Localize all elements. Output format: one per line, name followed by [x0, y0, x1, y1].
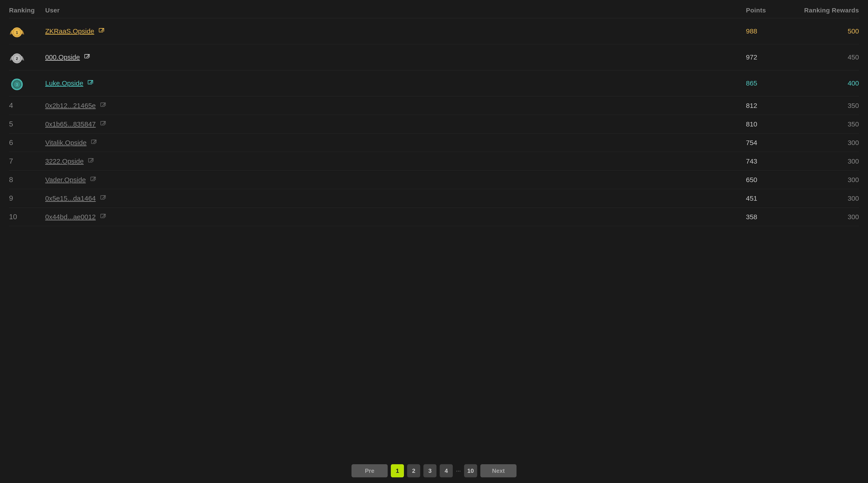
username[interactable]: 3222.Opside: [45, 158, 84, 165]
points-value: 358: [746, 213, 791, 221]
user-cell: 0x1b65...835847: [45, 120, 746, 128]
prev-button[interactable]: Pre: [351, 464, 388, 477]
table-row: 7 3222.Opside 743 300: [9, 152, 859, 171]
page-button-10[interactable]: 10: [464, 464, 477, 477]
pagination: Pre 1 2 3 4 ··· 10 Next: [0, 457, 868, 483]
external-link-icon[interactable]: [90, 176, 96, 183]
table-row: 6 Vitalik.Opside 754 300: [9, 134, 859, 152]
rank-cell: 5: [9, 120, 45, 128]
user-cell: ZKRaaS.Opside: [45, 27, 746, 35]
points-value: 743: [746, 158, 791, 165]
external-link-icon[interactable]: [91, 139, 97, 146]
table-row: 3 Luke.Opside 865 400: [9, 70, 859, 96]
user-cell: Luke.Opside: [45, 79, 746, 87]
user-cell: Vitalik.Opside: [45, 139, 746, 147]
username[interactable]: Vader.Opside: [45, 176, 86, 184]
external-link-icon[interactable]: [84, 54, 90, 61]
points-value: 451: [746, 195, 791, 202]
rank-number: 8: [9, 175, 13, 184]
page-button-4[interactable]: 4: [440, 464, 453, 477]
rank-cell: 2: [9, 49, 45, 65]
rank-cell: 10: [9, 212, 45, 221]
header-ranking: Ranking: [9, 7, 45, 14]
rank-number: 6: [9, 138, 13, 147]
rank-cell: 9: [9, 194, 45, 202]
table-body: 1 ZKRaaS.Opside 988 500 2 000.Opside: [9, 18, 859, 226]
reward-value: 450: [791, 53, 859, 61]
rank-number: 4: [9, 101, 13, 110]
rank-cell: 6: [9, 138, 45, 147]
reward-value: 300: [791, 158, 859, 165]
rank-cell: 1: [9, 23, 45, 39]
external-link-icon[interactable]: [100, 195, 106, 202]
table-row: 10 0x44bd...ae0012 358 300: [9, 208, 859, 226]
external-link-icon[interactable]: [87, 80, 94, 87]
reward-value: 350: [791, 120, 859, 128]
username[interactable]: 0x1b65...835847: [45, 120, 96, 128]
leaderboard-container: Ranking User Points Ranking Rewards 1 ZK…: [0, 0, 868, 457]
table-row: 1 ZKRaaS.Opside 988 500: [9, 18, 859, 44]
points-value: 754: [746, 139, 791, 147]
page-button-2[interactable]: 2: [407, 464, 420, 477]
svg-text:2: 2: [16, 57, 18, 61]
table-row: 4 0x2b12...21465e 812 350: [9, 96, 859, 115]
external-link-icon[interactable]: [98, 28, 105, 35]
rank-cell: 4: [9, 101, 45, 110]
table-row: 2 000.Opside 972 450: [9, 44, 859, 70]
next-button[interactable]: Next: [480, 464, 517, 477]
rank-cell: 8: [9, 175, 45, 184]
page-button-3[interactable]: 3: [423, 464, 436, 477]
points-value: 972: [746, 53, 791, 61]
page-button-1[interactable]: 1: [391, 464, 404, 477]
external-link-icon[interactable]: [100, 102, 106, 109]
user-cell: Vader.Opside: [45, 176, 746, 184]
rank-cell: 3: [9, 75, 45, 91]
user-cell: 0x5e15...da1464: [45, 195, 746, 202]
username[interactable]: 0x44bd...ae0012: [45, 213, 96, 221]
reward-value: 300: [791, 139, 859, 147]
table-row: 8 Vader.Opside 650 300: [9, 171, 859, 189]
svg-text:1: 1: [16, 31, 18, 35]
table-header: Ranking User Points Ranking Rewards: [9, 4, 859, 18]
username[interactable]: Vitalik.Opside: [45, 139, 87, 147]
reward-value: 300: [791, 176, 859, 184]
svg-text:3: 3: [16, 83, 18, 87]
external-link-icon[interactable]: [88, 158, 94, 165]
pagination-dots: ···: [456, 467, 461, 475]
rank-number: 7: [9, 157, 13, 165]
points-value: 650: [746, 176, 791, 184]
user-cell: 000.Opside: [45, 53, 746, 61]
points-value: 988: [746, 27, 791, 35]
rank-number: 10: [9, 212, 17, 221]
external-link-icon[interactable]: [100, 213, 106, 221]
rank-number: 9: [9, 194, 13, 202]
username[interactable]: Luke.Opside: [45, 79, 83, 87]
reward-value: 300: [791, 213, 859, 221]
reward-value: 350: [791, 102, 859, 110]
username[interactable]: ZKRaaS.Opside: [45, 27, 94, 35]
rank-number: 5: [9, 120, 13, 128]
table-row: 5 0x1b65...835847 810 350: [9, 115, 859, 134]
user-cell: 0x44bd...ae0012: [45, 213, 746, 221]
username[interactable]: 0x5e15...da1464: [45, 195, 96, 202]
points-value: 812: [746, 102, 791, 110]
header-points: Points: [746, 7, 791, 14]
rank-cell: 7: [9, 157, 45, 165]
user-cell: 3222.Opside: [45, 158, 746, 165]
header-user: User: [45, 7, 746, 14]
username[interactable]: 000.Opside: [45, 53, 80, 61]
table-row: 9 0x5e15...da1464 451 300: [9, 189, 859, 208]
reward-value: 500: [791, 27, 859, 35]
header-rewards: Ranking Rewards: [791, 7, 859, 14]
reward-value: 400: [791, 79, 859, 87]
reward-value: 300: [791, 195, 859, 202]
points-value: 865: [746, 79, 791, 87]
points-value: 810: [746, 120, 791, 128]
external-link-icon[interactable]: [100, 120, 106, 128]
username[interactable]: 0x2b12...21465e: [45, 102, 96, 110]
user-cell: 0x2b12...21465e: [45, 102, 746, 110]
